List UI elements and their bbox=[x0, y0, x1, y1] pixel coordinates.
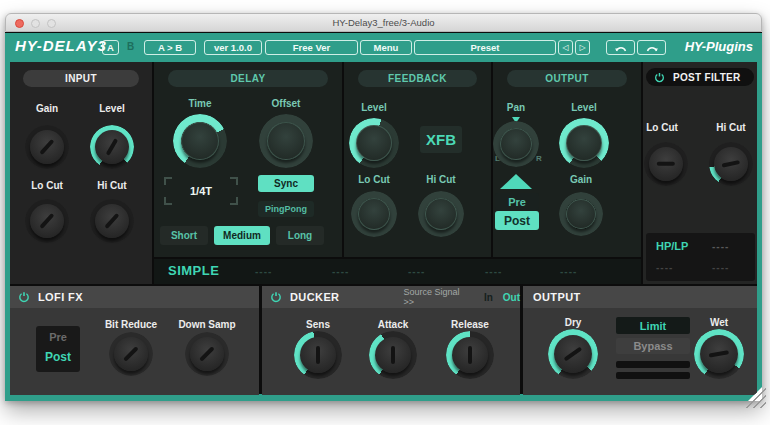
ab-select-a-button[interactable]: A bbox=[102, 40, 119, 55]
ducker-release-knob[interactable] bbox=[446, 331, 494, 379]
undo-button[interactable] bbox=[606, 40, 635, 55]
feedback-section-title: FEEDBACK bbox=[358, 70, 477, 87]
postfilter-title: POST FILTER bbox=[673, 72, 741, 83]
output-gain-knob[interactable] bbox=[559, 192, 603, 236]
undo-icon bbox=[614, 43, 628, 53]
output-level-knob[interactable] bbox=[559, 118, 609, 168]
redo-button[interactable] bbox=[637, 40, 666, 55]
gain-label: Gain bbox=[11, 103, 83, 114]
fb-hicut-label: Hi Cut bbox=[405, 174, 477, 185]
ducker-source-label: Source Signal >> bbox=[403, 287, 471, 307]
mode-bar: SIMPLE ---- ---- ---- ---- ---- bbox=[154, 259, 641, 284]
ducker-out-button[interactable]: Out bbox=[503, 292, 520, 303]
mode-tab-simple[interactable]: SIMPLE bbox=[168, 263, 219, 278]
feedback-section: FEEDBACK Level XFB Lo Cut Hi Cut bbox=[344, 62, 491, 257]
output2-dry-knob[interactable] bbox=[548, 329, 598, 379]
offset-label: Offset bbox=[250, 98, 322, 109]
postfilter-section: POST FILTER Lo Cut Hi Cut HP/LP ---- bbox=[643, 62, 757, 284]
lofi-post-button[interactable]: Post bbox=[36, 350, 80, 364]
pf-locut-label: Lo Cut bbox=[626, 122, 698, 133]
ducker-header: DUCKER Source Signal >> In Out bbox=[262, 286, 520, 308]
lofi-bitreduce-knob[interactable] bbox=[109, 332, 153, 376]
pingpong-button[interactable]: PingPong bbox=[258, 201, 314, 217]
feedback-hicut-knob[interactable] bbox=[418, 191, 464, 237]
routing-pre-button[interactable]: Pre bbox=[495, 193, 539, 210]
window-title: HY-Delay3_free/3-Audio bbox=[6, 17, 761, 28]
routing-arrow-icon bbox=[500, 174, 532, 189]
delay-section: DELAY Time Offset 1/4T Sync bbox=[154, 62, 342, 257]
input-hicut-knob[interactable] bbox=[90, 199, 134, 243]
mode-medium-button[interactable]: Medium bbox=[214, 226, 270, 245]
feedback-level-knob[interactable] bbox=[349, 118, 399, 168]
plugin-window: HY-Delay3_free/3-Audio HY-DELAY3 A B A >… bbox=[5, 13, 762, 401]
output2-header: OUTPUT bbox=[523, 286, 757, 308]
attack-label: Attack bbox=[357, 319, 429, 330]
input-level-knob[interactable] bbox=[90, 125, 134, 169]
time-value: 1/4T bbox=[164, 177, 238, 205]
input-section-title: INPUT bbox=[23, 70, 139, 87]
xfb-button[interactable]: XFB bbox=[420, 126, 462, 153]
routing-post-button[interactable]: Post bbox=[495, 211, 539, 230]
bypass-button[interactable]: Bypass bbox=[616, 338, 690, 354]
ducker-power-icon[interactable] bbox=[270, 291, 282, 303]
screenshot-canvas: HY-Delay3_free/3-Audio HY-DELAY3 A B A >… bbox=[0, 0, 770, 425]
filter-slot-2: ---- bbox=[656, 262, 673, 273]
sync-button[interactable]: Sync bbox=[258, 175, 314, 192]
time-value-display[interactable]: 1/4T bbox=[164, 177, 238, 205]
brand-logo: HY-Plugins bbox=[685, 39, 753, 54]
output2-wet-knob[interactable] bbox=[694, 329, 744, 379]
edition-label: Free Ver bbox=[265, 40, 358, 55]
delay-offset-knob[interactable] bbox=[259, 114, 313, 168]
ducker-sens-knob[interactable] bbox=[294, 331, 342, 379]
mode-long-button[interactable]: Long bbox=[276, 226, 324, 245]
dry-label: Dry bbox=[537, 317, 609, 328]
postfilter-power-icon[interactable] bbox=[654, 72, 665, 83]
level-label: Level bbox=[76, 103, 148, 114]
output2-section: OUTPUT Dry Limit Bypass Wet bbox=[523, 286, 757, 395]
ducker-title: DUCKER bbox=[290, 291, 339, 303]
mode-short-button[interactable]: Short bbox=[160, 226, 208, 245]
mode-tab-locked-3: ---- bbox=[408, 266, 425, 277]
filter-type-hplp[interactable]: HP/LP bbox=[656, 240, 688, 252]
pan-right-label: R bbox=[536, 154, 542, 163]
feedback-locut-knob[interactable] bbox=[351, 191, 397, 237]
bitreduce-label: Bit Reduce bbox=[95, 319, 167, 330]
mode-tab-locked-4: ---- bbox=[485, 266, 502, 277]
lofi-downsamp-knob[interactable] bbox=[185, 332, 229, 376]
input-gain-knob[interactable] bbox=[25, 125, 69, 169]
lofi-section: LOFI FX Pre Post Bit Reduce Down Samp bbox=[10, 286, 259, 395]
filter-type-box: HP/LP ---- ---- ---- bbox=[646, 233, 755, 281]
fb-locut-label: Lo Cut bbox=[338, 174, 410, 185]
lofi-power-icon[interactable] bbox=[18, 291, 30, 303]
input-locut-knob[interactable] bbox=[25, 199, 69, 243]
ducker-attack-knob[interactable] bbox=[369, 331, 417, 379]
pan-label: Pan bbox=[480, 102, 552, 113]
fb-level-label: Level bbox=[338, 102, 410, 113]
window-titlebar[interactable]: HY-Delay3_free/3-Audio bbox=[5, 13, 762, 32]
ducker-section: DUCKER Source Signal >> In Out Sens Atta… bbox=[262, 286, 520, 395]
postfilter-hicut-knob[interactable] bbox=[709, 142, 753, 186]
delay-section-title: DELAY bbox=[168, 70, 328, 87]
plugin-logo: HY-DELAY3 bbox=[15, 37, 107, 54]
time-label: Time bbox=[164, 98, 236, 109]
lofi-title: LOFI FX bbox=[38, 291, 83, 303]
menu-button[interactable]: Menu bbox=[360, 40, 412, 55]
preset-next-button[interactable]: ▷ bbox=[575, 40, 590, 55]
ab-copy-button[interactable]: A > B bbox=[144, 40, 196, 55]
preset-selector[interactable]: Preset bbox=[414, 40, 556, 55]
delay-time-knob[interactable] bbox=[173, 114, 227, 168]
postfilter-header: POST FILTER bbox=[646, 68, 754, 86]
plugin-body: HY-DELAY3 A B A > B ver 1.0.0 Free Ver M… bbox=[5, 32, 762, 401]
main-panel: INPUT Gain Level Lo Cut bbox=[10, 62, 757, 394]
lofi-pre-button[interactable]: Pre bbox=[36, 331, 80, 343]
output-meter-left bbox=[616, 361, 690, 368]
limit-button[interactable]: Limit bbox=[616, 317, 690, 334]
ab-select-b-button[interactable]: B bbox=[127, 41, 134, 52]
input-section: INPUT Gain Level Lo Cut bbox=[10, 62, 152, 284]
out-level-label: Level bbox=[548, 102, 620, 113]
postfilter-locut-knob[interactable] bbox=[644, 142, 688, 186]
preset-prev-button[interactable]: ◁ bbox=[558, 40, 573, 55]
ducker-in-button[interactable]: In bbox=[484, 292, 493, 303]
downsamp-label: Down Samp bbox=[171, 319, 243, 330]
locut-label: Lo Cut bbox=[11, 180, 83, 191]
